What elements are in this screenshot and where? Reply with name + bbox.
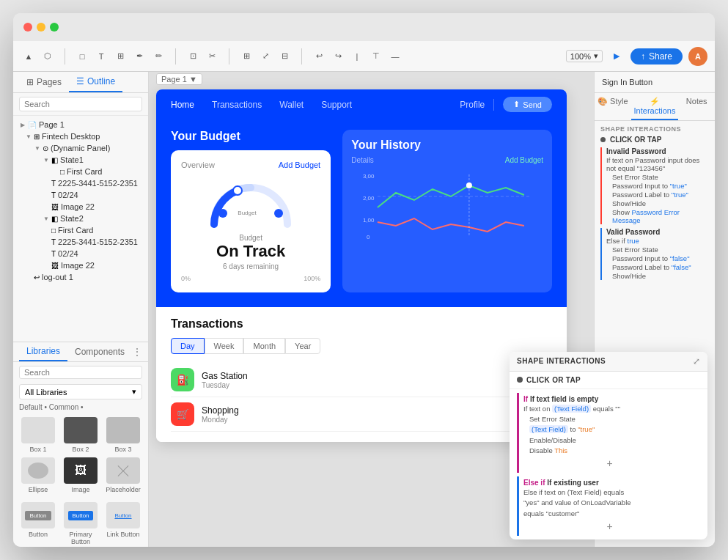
component-link-button[interactable]: Button Link Button [104,502,142,545]
component-box2[interactable]: Box 2 [62,417,100,453]
component-box3[interactable]: Box 3 [104,417,142,453]
tx-tab-week[interactable]: Week [205,338,244,354]
rectangle-tool[interactable]: □ [74,48,90,65]
component-placeholder[interactable]: Placeholder [104,457,142,493]
tree-label-date-1: 02/24 [58,191,78,199]
nav-profile[interactable]: Profile [460,100,485,110]
pen-tool[interactable]: ✒ [131,48,147,65]
tree-item-dynamic-panel[interactable]: ▼ ⊙ (Dynamic Panel) [13,142,148,154]
library-dropdown-label: All Libraries [25,388,67,397]
pencil-tool[interactable]: ✏ [150,48,166,65]
primary-button-shape: Button [64,502,98,528]
rp-tab-notes[interactable]: Notes [678,93,715,120]
pages-icon: ⊞ [26,77,34,87]
tree-label-fc1: First Card [67,167,102,176]
rp-tab-style[interactable]: 🎨 Style [595,93,631,120]
component-ellipse[interactable]: Ellipse [19,457,57,493]
nav-transactions[interactable]: Transactions [212,100,262,110]
undo-tool[interactable]: ↩ [311,48,327,65]
share-button[interactable]: ↑ Share [630,48,683,65]
frame-icon: ⊞ [34,133,40,141]
bottom-panel: Libraries Components ⋮ All Libraries ▾ [13,342,148,547]
si-trigger-label: CLICK OR TAP [610,136,661,144]
zoom-control[interactable]: 100% ▾ [566,50,603,62]
tree-item-first-card-2[interactable]: □ First Card [13,224,148,236]
si-password-input-true: Password Input to "true" [606,182,709,190]
fp-add-action-1[interactable]: + [523,456,696,471]
zoom-fit[interactable]: ⊡ [185,48,201,65]
button-label: Button [29,531,48,538]
tx-tab-year[interactable]: Year [285,338,320,354]
text-tool[interactable]: T [93,48,109,65]
svg-point-2 [274,209,283,218]
close-button[interactable] [23,23,32,32]
primary-button-label: Primary Button [62,531,100,545]
frame-tool[interactable]: ⊞ [112,48,128,65]
tree-item-image-2[interactable]: 🖼 Image 22 [13,259,148,271]
budget-gauge: Budget [207,177,295,228]
outline-search-input[interactable] [19,97,142,111]
redo-tool[interactable]: ↪ [330,48,346,65]
placeholder-shape [106,457,140,484]
maximize-button[interactable] [50,23,59,32]
tree-item-date-1[interactable]: T 02/24 [13,189,148,201]
nav-support[interactable]: Support [321,100,352,110]
dropdown-arrow-icon: ▾ [132,387,136,397]
components-tab[interactable]: Components [67,342,132,361]
tree-item-card-number-2[interactable]: T 2225-3441-5152-2351 [13,236,148,248]
expand-tool[interactable]: ⤢ [257,48,273,65]
tab-outline[interactable]: ☰ Outline [69,72,122,92]
tree-item-state1[interactable]: ▼ ◧ State1 [13,154,148,166]
tx-date-gas: Tuesday [202,381,512,389]
add-library-icon[interactable]: ⋮ [132,346,142,358]
placeholder-label: Placeholder [106,486,141,493]
tree-item-date-2[interactable]: T 02/24 [13,248,148,259]
component-button[interactable]: Button Button [19,502,57,545]
more-tool[interactable]: — [387,48,403,65]
library-search-input[interactable] [19,366,142,379]
user-avatar[interactable]: A [688,47,707,66]
filter-label: Default • Common • [13,402,148,413]
rp-tab-interactions[interactable]: ⚡ Interactions [631,93,679,120]
tx-tab-month[interactable]: Month [243,338,285,354]
image-icon-1: 🖼 [51,203,59,211]
hand-tool[interactable]: ⬡ [40,48,56,65]
tree-item-image-1[interactable]: 🖼 Image 22 [13,201,148,213]
tree-item-logout[interactable]: ↩ log-out 1 [13,271,148,283]
library-dropdown[interactable]: All Libraries ▾ [19,384,142,399]
fp-expand-icon[interactable]: ⤢ [693,356,700,366]
tree-item-state2[interactable]: ▼ ◧ State2 [13,213,148,224]
component-image[interactable]: 🖼 Image [62,457,100,493]
add-budget-button[interactable]: Add Budget [279,161,321,169]
distribute-tool[interactable]: ⊤ [368,48,384,65]
tx-tab-day[interactable]: Day [171,338,205,354]
tree-item-card-number-1[interactable]: T 2225-3441-5152-2351 [13,177,148,189]
send-label: Send [523,100,542,109]
align-tool[interactable]: ⊟ [276,48,293,65]
component-box1[interactable]: Box 1 [19,417,57,453]
minimize-button[interactable] [37,23,45,32]
transaction-item-2: 🛒 Shopping Monday - $79.90 [171,397,552,432]
play-button[interactable]: ▶ [608,48,625,65]
select-tool[interactable]: ▲ [21,48,37,65]
tree-item-first-card-1[interactable]: □ First Card [13,166,148,177]
grid-tool[interactable]: ⊞ [238,48,254,65]
nav-wallet[interactable]: Wallet [279,100,304,110]
budget-percent-start: 0% [181,275,191,282]
budget-title: Your Budget [171,130,331,143]
page-label[interactable]: Page 1 ▼ [156,73,202,85]
tree-item-page1[interactable]: ▶ 📄 Page 1 [13,119,148,130]
text-icon-2: T [51,191,56,199]
fp-empty-actions: Set Error State (Text Field) to "true" E… [523,414,696,455]
tree-item-fintech[interactable]: ▼ ⊞ Fintech Desktop [13,130,148,142]
crop-tool[interactable]: ✂ [204,48,220,65]
zoom-value: 100% [570,52,591,61]
send-button[interactable]: ⬆ Send [503,97,552,112]
fp-add-action-2[interactable]: + [523,519,696,534]
tab-pages[interactable]: ⊞ Pages [19,72,69,92]
component-primary-button[interactable]: Button Primary Button [62,502,100,545]
libraries-tab[interactable]: Libraries [19,342,67,361]
budget-card: Overview Add Budget [171,150,331,292]
history-add-budget[interactable]: Add Budget [505,156,543,164]
nav-home[interactable]: Home [171,100,194,110]
